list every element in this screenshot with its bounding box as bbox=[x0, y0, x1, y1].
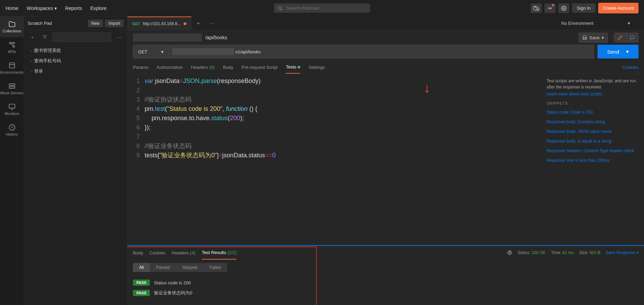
svg-point-0 bbox=[278, 7, 281, 10]
search-icon bbox=[277, 6, 283, 11]
breadcrumb-suffix: /api/books bbox=[205, 35, 227, 40]
tab-params[interactable]: Params bbox=[133, 61, 148, 74]
tab-url: http://101.43.158.8... bbox=[143, 21, 181, 26]
collection-item[interactable]: ›查询手机号码 bbox=[24, 56, 127, 66]
svg-point-7 bbox=[13, 42, 14, 44]
chevron-down-icon: ▾ bbox=[626, 49, 629, 55]
tab-prerequest[interactable]: Pre-request Script bbox=[241, 61, 278, 74]
chevron-down-icon: ▾ bbox=[54, 6, 57, 11]
nav-collections[interactable]: Collections bbox=[0, 17, 24, 37]
main-content: GET http://101.43.158.8... + ⋯ No Enviro… bbox=[127, 17, 644, 305]
svg-rect-10 bbox=[9, 63, 14, 68]
search-input[interactable] bbox=[274, 3, 370, 13]
resp-tab-headers[interactable]: Headers (4) bbox=[172, 246, 196, 260]
snippet-item[interactable]: Response body: Contains string bbox=[547, 117, 638, 127]
collections-panel: Scratch Pad New Import + ⋯ ›图书管理系统 ›查询手机… bbox=[24, 17, 127, 305]
url-redacted bbox=[172, 48, 234, 55]
settings-icon[interactable] bbox=[558, 3, 569, 13]
collection-item[interactable]: ›登录 bbox=[24, 66, 127, 76]
signin-button[interactable]: Sign In bbox=[572, 3, 595, 13]
snippet-item[interactable]: Status code: Code is 200 bbox=[547, 107, 638, 117]
send-button[interactable]: Send▾ bbox=[598, 45, 638, 59]
nav-reports[interactable]: Reports bbox=[65, 6, 82, 11]
new-tab-button[interactable]: + bbox=[191, 20, 205, 27]
learn-more-link[interactable]: Learn more about tests scripts bbox=[547, 92, 638, 96]
size-value: 503 B bbox=[590, 250, 600, 255]
nav-workspaces[interactable]: Workspaces▾ bbox=[27, 6, 57, 11]
snippets-header: SNIPPETS bbox=[547, 101, 638, 105]
filter-passed[interactable]: Passed bbox=[150, 263, 176, 272]
nav-monitors[interactable]: Monitors bbox=[0, 99, 24, 120]
snippets-description: Test scripts are written in JavaScript, … bbox=[547, 78, 638, 90]
time-value: 61 ms bbox=[562, 250, 574, 255]
tests-code-editor[interactable]: 1var jsonData=JSON.parse(responseBody) 2… bbox=[127, 74, 541, 245]
nav-environments[interactable]: Environments bbox=[0, 58, 24, 78]
snippet-item[interactable]: Response body: JSON value check bbox=[547, 127, 638, 136]
collection-search[interactable] bbox=[52, 32, 111, 42]
create-account-button[interactable]: Create Account bbox=[598, 3, 638, 13]
filter-icon[interactable] bbox=[40, 32, 50, 42]
method-select[interactable]: GET▾ bbox=[133, 45, 169, 59]
svg-point-3 bbox=[549, 8, 550, 9]
collection-item[interactable]: ›图书管理系统 bbox=[24, 45, 127, 56]
import-button[interactable]: Import bbox=[105, 20, 124, 27]
comment-button[interactable] bbox=[626, 33, 638, 42]
snippet-item[interactable]: Response body: Is equal to a string bbox=[547, 136, 638, 146]
sidebar-nav: Collections APIs Environments Mock Serve… bbox=[0, 17, 24, 305]
test-result-row: PASS 验证业务状态码为0 bbox=[133, 288, 638, 298]
filter-failed[interactable]: Failed bbox=[204, 263, 227, 272]
globe-icon[interactable] bbox=[507, 250, 512, 255]
cookies-link[interactable]: Cookies bbox=[622, 61, 638, 74]
chevron-down-icon: ▾ bbox=[161, 49, 164, 54]
new-button[interactable]: New bbox=[88, 20, 103, 27]
environment-select[interactable]: No Environment▾ bbox=[555, 17, 644, 30]
satellite-icon[interactable] bbox=[544, 3, 555, 13]
nav-apis[interactable]: APIs bbox=[0, 37, 24, 58]
test-result-row: PASS Status code is 200 bbox=[133, 277, 638, 288]
edit-button[interactable] bbox=[614, 33, 626, 42]
app-header: Home Workspaces▾ Reports Explore Sign In… bbox=[0, 0, 644, 17]
snippet-item[interactable]: Response headers: Content-Type header ch… bbox=[547, 146, 638, 156]
chevron-down-icon: ▾ bbox=[628, 21, 630, 26]
chevron-down-icon: ▾ bbox=[602, 35, 604, 40]
save-button[interactable]: Save▾ bbox=[579, 33, 608, 43]
indicator-dot-icon bbox=[298, 66, 300, 69]
resp-tab-cookies[interactable]: Cookies bbox=[149, 246, 166, 260]
chevron-right-icon: › bbox=[31, 49, 32, 53]
tab-settings[interactable]: Settings bbox=[309, 61, 325, 74]
add-collection-button[interactable]: + bbox=[28, 32, 37, 42]
more-icon[interactable]: ⋯ bbox=[114, 32, 124, 42]
filter-all[interactable]: All bbox=[133, 263, 150, 272]
svg-line-2 bbox=[534, 6, 539, 11]
save-response-button[interactable]: Save Response▾ bbox=[606, 250, 638, 255]
nav-home[interactable]: Home bbox=[6, 6, 18, 11]
svg-point-4 bbox=[563, 8, 564, 9]
tab-body[interactable]: Body bbox=[223, 61, 233, 74]
status-value: 200 OK bbox=[532, 250, 546, 255]
collections-tree: ›图书管理系统 ›查询手机号码 ›登录 bbox=[24, 44, 127, 78]
breadcrumb-redacted bbox=[133, 33, 202, 42]
svg-line-9 bbox=[11, 44, 13, 46]
svg-rect-13 bbox=[9, 87, 15, 88]
chevron-right-icon: › bbox=[31, 59, 32, 63]
tab-headers[interactable]: Headers (6) bbox=[191, 61, 215, 74]
nav-explore[interactable]: Explore bbox=[90, 6, 106, 11]
nav-mock-servers[interactable]: Mock Servers bbox=[0, 78, 24, 99]
svg-rect-14 bbox=[9, 104, 15, 108]
response-area: Body Cookies Headers (4) Test Results (2… bbox=[127, 245, 644, 305]
url-input[interactable]: v1/api/books bbox=[169, 45, 594, 59]
resp-tab-body[interactable]: Body bbox=[133, 246, 143, 260]
request-tab[interactable]: GET http://101.43.158.8... bbox=[127, 17, 191, 30]
resp-tab-test-results[interactable]: Test Results (2/2) bbox=[202, 246, 237, 260]
tab-tests[interactable]: Tests bbox=[286, 61, 300, 74]
tab-authorization[interactable]: Authorization bbox=[157, 61, 183, 74]
pass-badge: PASS bbox=[133, 280, 150, 286]
filter-skipped[interactable]: Skipped bbox=[176, 263, 203, 272]
cloud-off-icon[interactable] bbox=[531, 3, 542, 13]
pass-badge: PASS bbox=[133, 290, 150, 296]
scratch-pad-title: Scratch Pad bbox=[28, 21, 86, 26]
nav-history[interactable]: History bbox=[0, 120, 24, 140]
chevron-right-icon: › bbox=[31, 70, 32, 73]
snippet-item[interactable]: Response time is less than 200ms bbox=[547, 156, 638, 165]
tab-more-icon[interactable]: ⋯ bbox=[205, 20, 219, 27]
